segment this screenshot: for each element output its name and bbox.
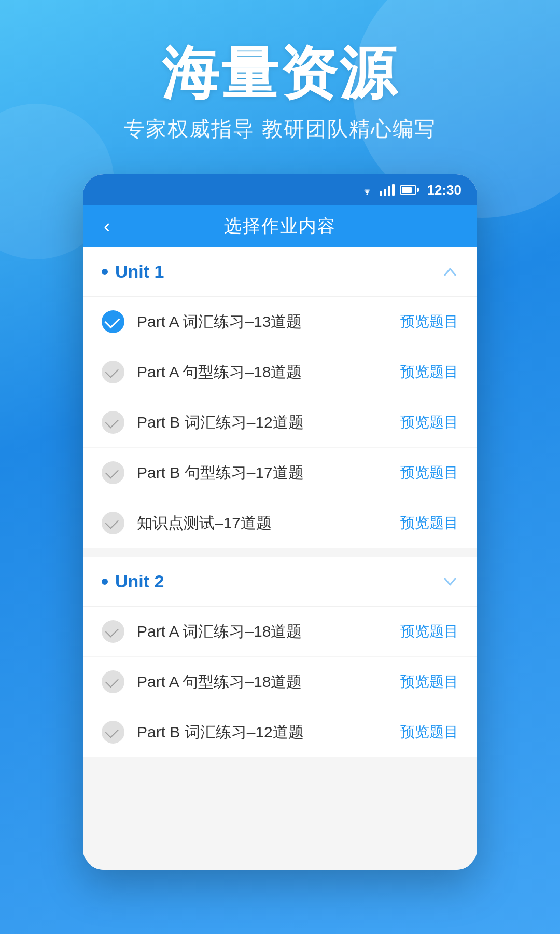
exercise-name: Part A 句型练习–18道题 bbox=[137, 362, 302, 383]
content-area: Unit 1 Part A 词汇练习–13道题 预览题目 bbox=[83, 247, 477, 870]
unit-1-dot bbox=[102, 269, 108, 275]
preview-button[interactable]: 预览题目 bbox=[400, 362, 458, 382]
wifi-icon bbox=[360, 184, 374, 196]
signal-bars-icon bbox=[380, 184, 395, 196]
checkbox-unchecked-icon[interactable] bbox=[102, 411, 124, 434]
battery-icon bbox=[400, 185, 419, 195]
exercise-item[interactable]: Part A 句型练习–18道题 预览题目 bbox=[83, 347, 477, 397]
exercise-item[interactable]: Part A 词汇练习–18道题 预览题目 bbox=[83, 607, 477, 657]
status-time: 12:30 bbox=[427, 182, 462, 198]
exercise-name: Part B 词汇练习–12道题 bbox=[137, 412, 304, 433]
exercise-item[interactable]: Part B 词汇练习–12道题 预览题目 bbox=[83, 707, 477, 758]
exercise-name: Part B 句型练习–17道题 bbox=[137, 462, 304, 484]
exercise-item[interactable]: Part B 词汇练习–12道题 预览题目 bbox=[83, 397, 477, 448]
preview-button[interactable]: 预览题目 bbox=[400, 722, 458, 742]
checkbox-unchecked-icon[interactable] bbox=[102, 361, 124, 383]
unit-2-header[interactable]: Unit 2 bbox=[83, 557, 477, 607]
unit-2-title: Unit 2 bbox=[102, 571, 164, 592]
exercise-name: Part A 词汇练习–18道题 bbox=[137, 621, 302, 642]
phone-frame: 12:30 ‹ 选择作业内容 Unit 1 bbox=[83, 174, 477, 870]
unit-1-title: Unit 1 bbox=[102, 262, 164, 282]
app-header: ‹ 选择作业内容 bbox=[83, 205, 477, 247]
unit-2-collapse-icon bbox=[442, 573, 458, 590]
exercise-name: Part A 词汇练习–13道题 bbox=[137, 311, 302, 333]
exercise-item[interactable]: Part B 句型练习–17道题 预览题目 bbox=[83, 448, 477, 498]
hero-title: 海量资源 bbox=[0, 42, 560, 104]
status-bar: 12:30 bbox=[83, 174, 477, 205]
preview-button[interactable]: 预览题目 bbox=[400, 312, 458, 332]
unit-2-section: Unit 2 Part A 词汇练习–18道题 预览题目 bbox=[83, 557, 477, 758]
checkbox-unchecked-icon[interactable] bbox=[102, 461, 124, 484]
checkbox-unchecked-icon[interactable] bbox=[102, 670, 124, 693]
preview-button[interactable]: 预览题目 bbox=[400, 622, 458, 641]
svg-point-0 bbox=[366, 194, 368, 195]
checkbox-checked-icon[interactable] bbox=[102, 310, 124, 333]
exercise-name: 知识点测试–17道题 bbox=[137, 513, 272, 534]
checkbox-unchecked-icon[interactable] bbox=[102, 620, 124, 643]
preview-button[interactable]: 预览题目 bbox=[400, 672, 458, 692]
unit-1-header[interactable]: Unit 1 bbox=[83, 247, 477, 297]
unit-1-collapse-icon bbox=[442, 264, 458, 280]
exercise-item[interactable]: Part A 词汇练习–13道题 预览题目 bbox=[83, 297, 477, 347]
unit-1-section: Unit 1 Part A 词汇练习–13道题 预览题目 bbox=[83, 247, 477, 548]
exercise-item[interactable]: 知识点测试–17道题 预览题目 bbox=[83, 498, 477, 548]
checkbox-unchecked-icon[interactable] bbox=[102, 721, 124, 744]
hero-subtitle: 专家权威指导 教研团队精心编写 bbox=[0, 115, 560, 143]
preview-button[interactable]: 预览题目 bbox=[400, 413, 458, 432]
checkbox-unchecked-icon[interactable] bbox=[102, 512, 124, 534]
exercise-name: Part B 词汇练习–12道题 bbox=[137, 722, 304, 743]
exercise-item[interactable]: Part A 句型练习–18道题 预览题目 bbox=[83, 657, 477, 707]
unit-2-dot bbox=[102, 579, 108, 585]
back-button[interactable]: ‹ bbox=[99, 216, 116, 236]
phone-container: 12:30 ‹ 选择作业内容 Unit 1 bbox=[83, 174, 477, 870]
exercise-name: Part A 句型练习–18道题 bbox=[137, 671, 302, 693]
hero-section: 海量资源 专家权威指导 教研团队精心编写 bbox=[0, 0, 560, 174]
page-title: 选择作业内容 bbox=[224, 214, 336, 238]
preview-button[interactable]: 预览题目 bbox=[400, 463, 458, 483]
status-icons: 12:30 bbox=[360, 182, 462, 198]
preview-button[interactable]: 预览题目 bbox=[400, 513, 458, 533]
